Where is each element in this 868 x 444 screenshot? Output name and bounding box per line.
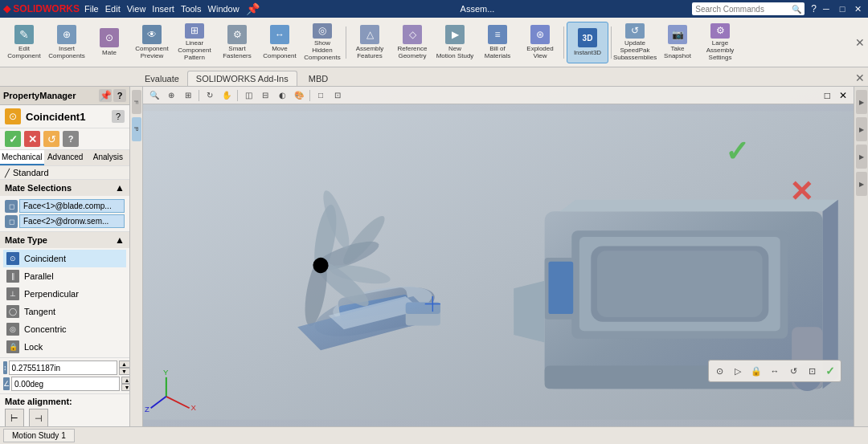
menu-file[interactable]: File [84,4,99,14]
search-box[interactable]: 🔍 [692,2,805,15]
pin-icon[interactable]: 📌 [246,2,260,15]
toolbar-sep-1 [346,26,346,59]
mate-parallel[interactable]: ∥ Parallel [3,267,126,285]
alignment-btn-1[interactable]: ⊢ [5,409,24,426]
mate-type-header[interactable]: Mate Type ▲ [0,232,129,248]
rp-btn-3[interactable]: ▶ [856,145,867,169]
vp-fit-icon[interactable]: ⊞ [180,88,196,103]
tab-analysis[interactable]: Analysis [87,150,129,165]
rp-btn-2[interactable]: ▶ [856,117,867,141]
vp-display-icon[interactable]: ◫ [240,88,256,103]
vp-zoom2-icon[interactable]: ⊕ [163,88,179,103]
update-speedpak-button[interactable]: ↺ UpdateSpeedPak Subassemblies [614,22,656,63]
selection-item-2[interactable]: Face<2>@dronw.sem... [19,214,125,228]
selection-item-1[interactable]: Face<1>@blade.comp... [19,199,125,213]
mate-perpendicular[interactable]: ⊥ Perpendicular [3,285,126,303]
bill-of-materials-button[interactable]: ≡ Bill ofMaterials [477,22,518,63]
tab-advanced[interactable]: Advanced [44,150,87,165]
show-hidden-button[interactable]: ◎ ShowHidden Components [301,22,343,63]
ft-btn-4[interactable]: ↔ [766,362,784,380]
distance-input[interactable] [9,360,117,375]
confirm-button[interactable]: ✓ [5,131,21,147]
distance-down-button[interactable]: ▼ [119,368,130,375]
minimize-button[interactable]: ─ [820,4,833,14]
feature-manager-icon[interactable]: F [132,90,141,114]
help-button[interactable]: ? [63,131,79,147]
tab-solidworks-addins[interactable]: SOLIDWORKS Add-Ins [187,71,297,86]
pm-help-button[interactable]: ? [113,89,126,102]
main-area: PropertyManager 📌 ? ⊙ Coincident1 ? ✓ ✕ … [0,87,868,426]
rp-btn-4[interactable]: ▶ [856,172,867,196]
large-assembly-button[interactable]: ⚙ Large AssemblySettings [699,22,741,63]
vp-hide-icon[interactable]: ◐ [274,88,290,103]
tab-evaluate[interactable]: Evaluate [137,71,187,86]
mate-selections-header[interactable]: Mate Selections ▲ [0,180,129,196]
menu-tools[interactable]: Tools [181,4,202,14]
mate-coincident[interactable]: ⊙ Coincident [3,250,126,267]
mate-concentric[interactable]: ◎ Concentric [3,320,126,338]
feature-help-icon[interactable]: ? [112,110,125,123]
menu-view[interactable]: View [127,4,146,14]
angle-up-button[interactable]: ▲ [121,377,130,384]
question-icon[interactable]: ? [811,3,817,14]
ft-btn-3[interactable]: 🔒 [747,362,765,380]
3d-viewport[interactable]: 🔍 ⊕ ⊞ ↻ ✋ ◫ ⊟ ◐ 🎨 □ ⊡ □ ✕ [143,87,854,426]
distance-up-button[interactable]: ▲ [119,360,130,368]
alignment-btn-2[interactable]: ⊣ [29,409,48,426]
ft-btn-1[interactable]: ⊙ [710,362,728,380]
property-manager-icon[interactable]: P [132,117,141,141]
search-input[interactable] [695,5,792,14]
vp-section-icon[interactable]: ⊟ [257,88,273,103]
selections-collapse-icon[interactable]: ▲ [115,182,125,193]
rp-btn-1[interactable]: ▶ [856,90,867,114]
insert-components-button[interactable]: ⊕ InsertComponents [46,22,88,63]
vp-close-icon[interactable]: ✕ [836,90,850,101]
vp-appearance-icon[interactable]: 🎨 [291,88,307,103]
exploded-view-button[interactable]: ⊛ ExplodedView [519,22,561,63]
menu-insert[interactable]: Insert [152,4,174,14]
pm-pin-button[interactable]: 📌 [99,89,112,102]
mate-button[interactable]: ⊙ Mate [88,22,130,63]
menu-edit[interactable]: Edit [105,4,121,14]
linear-component-pattern-button[interactable]: ⊞ LinearComponent Pattern [174,22,215,63]
cancel-button[interactable]: ✕ [24,131,40,147]
rebuild-button[interactable]: ↺ [43,131,59,147]
component-preview-button[interactable]: 👁 ComponentPreview [131,22,173,63]
vp-maximize-icon[interactable]: □ [820,90,835,101]
search-icon[interactable]: 🔍 [792,5,801,14]
vp-pan-icon[interactable]: ✋ [219,88,235,103]
smart-fasteners-button[interactable]: ⚙ SmartFasteners [216,22,258,63]
ft-btn-2[interactable]: ▷ [729,362,747,380]
reference-geometry-button[interactable]: ◇ ReferenceGeometry [391,22,433,63]
menu-window[interactable]: Window [208,4,240,14]
angle-down-button[interactable]: ▼ [121,384,130,391]
toolbar-close-icon[interactable]: ✕ [855,36,865,49]
close-button[interactable]: ✕ [852,4,865,14]
vp-zoom-icon[interactable]: 🔍 [146,88,162,103]
ribbon-close-icon[interactable]: ✕ [855,71,865,86]
tab-mechanical[interactable]: Mechanical [0,150,44,165]
ribbon-tabs-bar: Evaluate SOLIDWORKS Add-Ins MBD ✕ [0,67,868,87]
mate-type-collapse-icon[interactable]: ▲ [115,234,125,246]
new-motion-study-button[interactable]: ▶ NewMotion Study [434,22,476,63]
vp-sep-1 [199,90,199,101]
edit-component-button[interactable]: ✎ EditComponent [3,22,45,63]
ft-btn-6[interactable]: ⊡ [803,362,821,380]
vp-tile-icon[interactable]: ⊡ [330,88,346,103]
ft-btn-5[interactable]: ↺ [784,362,802,380]
instant3d-button[interactable]: 3D Instant3D [567,22,608,63]
angle-input[interactable] [11,377,120,391]
mate-lock[interactable]: 🔒 Lock [3,338,126,356]
tab-mbd[interactable]: MBD [301,71,336,86]
motion-study-tab[interactable]: Motion Study 1 [3,429,75,442]
take-snapshot-button[interactable]: 📷 TakeSnapshot [657,22,698,63]
vp-rotate-icon[interactable]: ↻ [202,88,218,103]
show-hidden-label: ShowHidden Components [303,40,342,61]
maximize-button[interactable]: □ [836,4,849,14]
move-component-button[interactable]: ↔ MoveComponent [259,22,301,63]
mate-tangent[interactable]: ◯ Tangent [3,303,126,320]
assembly-features-button[interactable]: △ AssemblyFeatures [349,22,391,63]
vp-window-icon[interactable]: □ [313,88,329,103]
ft-green-check-button[interactable]: ✓ [821,362,839,380]
standard-tab-row[interactable]: ╱ Standard [0,166,129,180]
